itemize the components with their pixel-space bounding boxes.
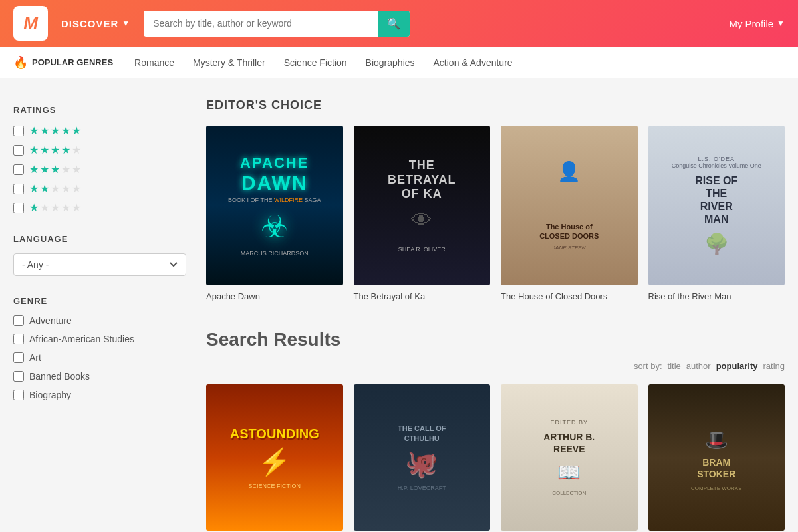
genre-filter-list: Adventure African-American Studies Art B… [13, 315, 186, 400]
genre-filter-adventure: Adventure [13, 315, 186, 326]
logo-letter: M [23, 13, 38, 34]
result-book-reeve[interactable]: EDITED BY ARTHUR B.REEVE 📖 COLLECTION [501, 384, 638, 531]
genre-filter-biography: Biography [13, 390, 186, 400]
star-empty: ★ [61, 163, 70, 176]
star: ★ [61, 124, 70, 137]
genre-banned-checkbox[interactable] [13, 371, 24, 382]
language-section-title: LANGUAGE [13, 234, 186, 244]
genre-filter-banned-books: Banned Books [13, 371, 186, 382]
genre-filter-african-american: African-American Studies [13, 334, 186, 344]
search-button[interactable]: 🔍 [378, 11, 410, 37]
my-profile-label: My Profile [729, 18, 773, 29]
genre-banned-label[interactable]: Banned Books [29, 371, 90, 382]
star: ★ [29, 163, 39, 176]
star-empty: ★ [51, 201, 60, 214]
main-container: RATINGS ★ ★ ★ ★ ★ ★ ★ ★ ★ ★ [0, 78, 798, 532]
rating-4-stars-display: ★ ★ ★ ★ ★ [29, 144, 81, 156]
discover-dropdown-icon: ▼ [122, 19, 130, 28]
genre-romance[interactable]: Romance [125, 47, 184, 78]
sort-label: sort by: [634, 361, 662, 371]
result-book-astounding[interactable]: ASTOUNDING ⚡ SCIENCE FICTION [206, 384, 343, 531]
book-title-betrayal: The Betrayal of Ka [354, 291, 491, 303]
genre-art-label[interactable]: Art [29, 352, 41, 363]
genre-adventure-label[interactable]: Adventure [29, 315, 72, 326]
book-house-closed-doors[interactable]: 👤 The House ofCLOSED DOORS JANE STEEN Th… [501, 126, 638, 303]
editors-choice-title: EDITOR'S CHOICE [206, 98, 785, 112]
ratings-section-title: RATINGS [13, 105, 186, 115]
my-profile-button[interactable]: My Profile ▼ [729, 18, 785, 29]
result-book-cthulhu[interactable]: THE CALL OFCTHULHU 🐙 H.P. LOVECRAFT [354, 384, 491, 531]
star-empty: ★ [72, 163, 81, 176]
star-empty: ★ [72, 144, 81, 156]
rating-4-checkbox[interactable] [13, 145, 24, 156]
rating-2-stars-display: ★ ★ ★ ★ ★ [29, 182, 81, 195]
sort-bar: sort by: title author popularity rating [206, 361, 785, 371]
genre-science-fiction[interactable]: Science Fiction [275, 47, 356, 78]
star-empty: ★ [40, 201, 49, 214]
rating-2-checkbox[interactable] [13, 184, 24, 194]
sort-by-popularity[interactable]: popularity [716, 361, 758, 371]
genre-filter-title: GENRE [13, 296, 186, 306]
discover-label: DISCOVER [61, 18, 118, 29]
genre-adventure-checkbox[interactable] [13, 315, 24, 326]
star: ★ [29, 182, 39, 195]
genre-african-american-label[interactable]: African-American Studies [29, 334, 134, 344]
logo[interactable]: M [13, 6, 48, 41]
result-book-stoker[interactable]: 🎩 BRAMSTOKER COMPLETE WORKS [648, 384, 785, 531]
language-section: LANGUAGE - Any - English Spanish French [13, 234, 186, 276]
editors-choice-grid: APACHE DAWN BOOK I OF THE WILDFIRE SAGA … [206, 126, 785, 303]
lightning-icon: ⚡ [211, 446, 338, 477]
rating-1-star: ★ ★ ★ ★ ★ [13, 201, 186, 214]
rating-5-stars: ★ ★ ★ ★ ★ [13, 124, 186, 137]
rating-1-checkbox[interactable] [13, 203, 24, 213]
results-grid: ASTOUNDING ⚡ SCIENCE FICTION THE CALL OF… [206, 384, 785, 531]
language-select[interactable]: - Any - English Spanish French [13, 253, 186, 276]
star: ★ [40, 182, 49, 195]
rating-4-stars: ★ ★ ★ ★ ★ [13, 144, 186, 156]
genre-african-american-checkbox[interactable] [13, 334, 24, 344]
genre-mystery-thriller[interactable]: Mystery & Thriller [184, 47, 275, 78]
result-cover-astounding: ASTOUNDING ⚡ SCIENCE FICTION [206, 384, 343, 531]
header: M DISCOVER ▼ 🔍 My Profile ▼ [0, 0, 798, 47]
star: ★ [72, 124, 81, 137]
rating-2-stars: ★ ★ ★ ★ ★ [13, 182, 186, 195]
genre-biographies[interactable]: Biographies [356, 47, 424, 78]
book-cover-house: 👤 The House ofCLOSED DOORS JANE STEEN [501, 126, 638, 285]
sort-by-rating[interactable]: rating [763, 361, 785, 371]
face-icon: 👁 [360, 208, 484, 233]
genre-art-checkbox[interactable] [13, 352, 24, 363]
book-title-house: The House of Closed Doors [501, 291, 638, 303]
book-cover-apache: APACHE DAWN BOOK I OF THE WILDFIRE SAGA … [206, 126, 343, 285]
result-cover-stoker: 🎩 BRAMSTOKER COMPLETE WORKS [648, 384, 785, 531]
rating-3-stars: ★ ★ ★ ★ ★ [13, 163, 186, 176]
biohazard-icon: ☣ [213, 209, 336, 245]
star: ★ [51, 144, 60, 156]
search-results-title: Search Results [206, 329, 785, 350]
result-cover-cthulhu: THE CALL OFCTHULHU 🐙 H.P. LOVECRAFT [354, 384, 491, 531]
search-results-section: Search Results sort by: title author pop… [206, 329, 785, 531]
book-betrayal-of-ka[interactable]: THEBETRAYALOF KA 👁 SHEA R. OLIVER The Be… [354, 126, 491, 303]
profile-dropdown-icon: ▼ [777, 19, 785, 28]
sort-by-author[interactable]: author [686, 361, 711, 371]
popular-genres-text: POPULAR GENRES [32, 57, 113, 67]
book-rise-river-man[interactable]: L.S. O'DEA Conguise Chronicles Volume On… [648, 126, 785, 303]
genre-biography-checkbox[interactable] [13, 390, 24, 400]
book-apache-dawn[interactable]: APACHE DAWN BOOK I OF THE WILDFIRE SAGA … [206, 126, 343, 303]
genre-action-adventure[interactable]: Action & Adventure [424, 47, 522, 78]
star-empty: ★ [51, 182, 60, 195]
result-cover-reeve: EDITED BY ARTHUR B.REEVE 📖 COLLECTION [501, 384, 638, 531]
discover-button[interactable]: DISCOVER ▼ [61, 18, 130, 29]
star: ★ [40, 144, 49, 156]
genre-biography-label[interactable]: Biography [29, 390, 71, 400]
star: ★ [40, 124, 49, 137]
rating-3-checkbox[interactable] [13, 164, 24, 175]
star-empty: ★ [72, 182, 81, 195]
sort-by-title[interactable]: title [668, 361, 681, 371]
rating-5-checkbox[interactable] [13, 126, 24, 136]
book-title-apache: Apache Dawn [206, 291, 343, 303]
star-empty: ★ [72, 201, 81, 214]
search-icon: 🔍 [387, 17, 400, 30]
content-area: EDITOR'S CHOICE APACHE DAWN BOOK I OF TH… [206, 98, 785, 531]
search-input[interactable] [144, 11, 378, 35]
tree-icon: 🌳 [662, 232, 772, 255]
